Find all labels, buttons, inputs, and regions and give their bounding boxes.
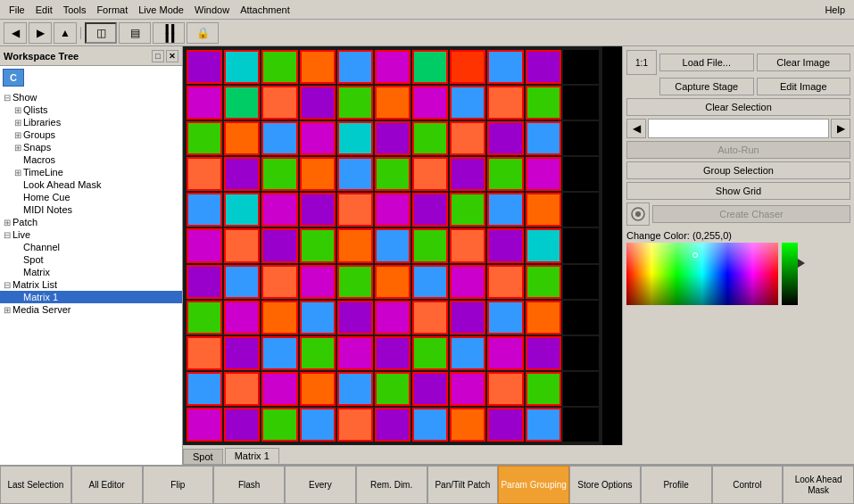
grid-cell[interactable] (300, 228, 336, 262)
zoom-button[interactable]: 1:1 (626, 50, 657, 75)
toolbar-lock[interactable]: 🔒 (187, 22, 219, 44)
chaser-icon[interactable] (626, 202, 650, 226)
grid-cell[interactable] (563, 121, 599, 155)
tree-show[interactable]: ⊟Show (0, 91, 182, 103)
tree-spot[interactable]: Spot (0, 253, 182, 266)
grid-cell[interactable] (187, 157, 222, 191)
grid-cell[interactable] (187, 265, 222, 299)
bottom-last-selection[interactable]: Last Selection (0, 466, 71, 504)
menu-format[interactable]: Format (91, 3, 133, 17)
grid-cell[interactable] (563, 50, 599, 84)
grid-cell[interactable] (337, 336, 373, 370)
grid-cell[interactable] (300, 157, 336, 191)
sidebar-pin-btn[interactable]: □ (152, 50, 164, 62)
grid-cell[interactable] (375, 408, 410, 442)
grid-cell[interactable] (337, 157, 373, 191)
grid-cell[interactable] (261, 408, 297, 442)
grid-cell[interactable] (224, 372, 260, 406)
grid-cell[interactable] (300, 372, 336, 406)
grid-cell[interactable] (563, 228, 599, 262)
grid-cell[interactable] (375, 301, 410, 335)
grid-cell[interactable] (563, 301, 599, 335)
nav-right-arrow[interactable]: ▶ (831, 119, 850, 138)
grid-cell[interactable] (563, 372, 599, 406)
grid-cell[interactable] (224, 86, 260, 120)
tree-groups[interactable]: ⊞Groups (0, 128, 182, 141)
grid-cell[interactable] (526, 157, 561, 191)
grid-cell[interactable] (187, 193, 222, 227)
grid-cell[interactable] (375, 157, 410, 191)
tree-timeline[interactable]: ⊞TimeLine (0, 166, 182, 178)
grid-cell[interactable] (526, 193, 561, 227)
tab-matrix1[interactable]: Matrix 1 (225, 448, 279, 464)
grid-cell[interactable] (300, 86, 336, 120)
nav-left-arrow[interactable]: ◀ (626, 119, 646, 138)
grid-cell[interactable] (337, 50, 373, 84)
grid-cell[interactable] (563, 408, 599, 442)
grid-cell[interactable] (300, 50, 336, 84)
grid-cell[interactable] (224, 193, 260, 227)
sidebar-close-btn[interactable]: ✕ (166, 50, 178, 62)
grid-cell[interactable] (450, 265, 485, 299)
grid-cell[interactable] (300, 336, 336, 370)
grid-cell[interactable] (300, 193, 336, 227)
grid-cell[interactable] (450, 228, 485, 262)
edit-image-button[interactable]: Edit Image (757, 78, 851, 95)
grid-cell[interactable] (261, 157, 297, 191)
show-grid-button[interactable]: Show Grid (626, 182, 850, 200)
grid-cell[interactable] (187, 372, 222, 406)
color-bar[interactable] (782, 243, 798, 305)
grid-cell[interactable] (224, 336, 260, 370)
grid-cell[interactable] (563, 86, 599, 120)
grid-cell[interactable] (487, 157, 523, 191)
bottom-param-grouping[interactable]: Param Grouping (498, 466, 569, 504)
clear-image-button[interactable]: Clear Image (757, 54, 851, 71)
auto-run-button[interactable]: Auto-Run (626, 141, 850, 159)
grid-cell[interactable] (412, 408, 448, 442)
toolbar-forward[interactable]: ▶ (29, 22, 52, 44)
grid-cell[interactable] (337, 193, 373, 227)
grid-cell[interactable] (224, 408, 260, 442)
grid-cell[interactable] (375, 50, 410, 84)
grid-cell[interactable] (563, 265, 599, 299)
bottom-pantilt-patch[interactable]: Pan/Tilt Patch (427, 466, 499, 504)
bottom-control[interactable]: Control (712, 466, 784, 504)
grid-cell[interactable] (487, 336, 523, 370)
grid-cell[interactable] (526, 265, 561, 299)
grid-cell[interactable] (450, 157, 485, 191)
clear-selection-button[interactable]: Clear Selection (626, 98, 850, 116)
grid-cell[interactable] (261, 301, 297, 335)
bottom-all-editor[interactable]: All Editor (71, 466, 143, 504)
grid-cell[interactable] (563, 157, 599, 191)
grid-cell[interactable] (487, 193, 523, 227)
grid-cell[interactable] (337, 301, 373, 335)
grid-cell[interactable] (487, 408, 523, 442)
grid-cell[interactable] (224, 50, 260, 84)
group-selection-button[interactable]: Group Selection (626, 161, 850, 179)
grid-cell[interactable] (412, 301, 448, 335)
bottom-store-options[interactable]: Store Options (569, 466, 641, 504)
menu-tools[interactable]: Tools (58, 3, 92, 17)
grid-cell[interactable] (412, 86, 448, 120)
grid-cell[interactable] (187, 121, 222, 155)
grid-cell[interactable] (224, 228, 260, 262)
grid-cell[interactable] (261, 50, 297, 84)
bottom-lookahead-mask[interactable]: Look Ahead Mask (783, 466, 854, 504)
grid-cell[interactable] (412, 50, 448, 84)
grid-cell[interactable] (375, 228, 410, 262)
grid-cell[interactable] (224, 265, 260, 299)
grid-cell[interactable] (526, 336, 561, 370)
grid-cell[interactable] (261, 193, 297, 227)
grid-cell[interactable] (187, 50, 222, 84)
grid-cell[interactable] (450, 408, 485, 442)
menu-file[interactable]: File (4, 3, 30, 17)
toolbar-back[interactable]: ◀ (4, 22, 27, 44)
tree-macros[interactable]: Macros (0, 153, 182, 166)
grid-cell[interactable] (450, 193, 485, 227)
toolbar-view2[interactable]: ▤ (119, 22, 151, 44)
tree-matrixlist[interactable]: ⊟Matrix List (0, 278, 182, 291)
grid-cell[interactable] (261, 86, 297, 120)
grid-cell[interactable] (337, 121, 373, 155)
grid-cell[interactable] (450, 336, 485, 370)
grid-cell[interactable] (450, 372, 485, 406)
